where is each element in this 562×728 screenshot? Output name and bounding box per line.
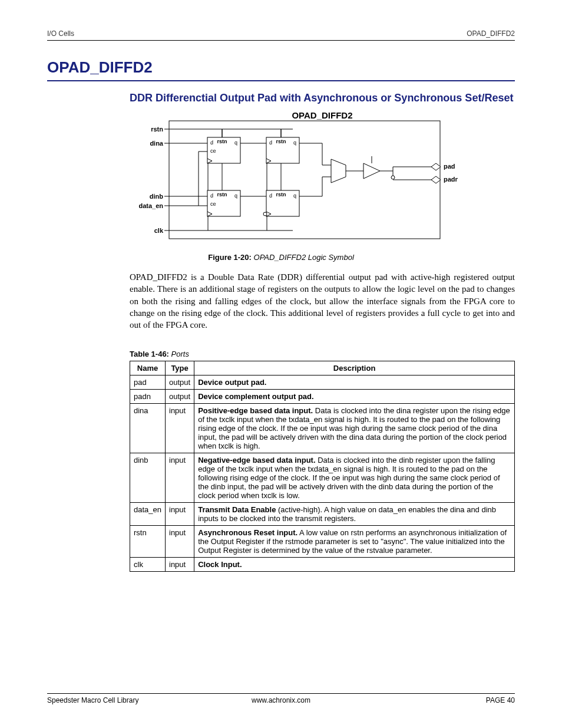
table-row: padoutputDevice output pad.	[130, 375, 515, 390]
figure-caption-prefix: Figure 1-20:	[208, 253, 252, 262]
col-desc: Description	[194, 361, 515, 375]
svg-text:q: q	[293, 140, 296, 146]
cell-type: input	[166, 526, 194, 558]
invert-bubble-icon	[391, 176, 395, 179]
col-name: Name	[130, 361, 166, 375]
cell-name: rstn	[130, 526, 166, 558]
pad-diamond-icon	[431, 163, 441, 170]
cell-name: clk	[130, 558, 166, 572]
cell-desc: Asynchronous Reset input. A low value on…	[194, 526, 515, 558]
ff-dina-2: d rstn q	[266, 137, 299, 163]
svg-text:rstn: rstn	[276, 139, 286, 144]
cell-type: input	[166, 503, 194, 526]
cell-type: output	[166, 375, 194, 390]
table-caption: Table 1-46: Ports	[47, 350, 515, 358]
cell-type: input	[166, 404, 194, 453]
port-clk: clk	[154, 227, 164, 234]
cell-desc: Positive-edge based data input. Data is …	[194, 404, 515, 453]
figure-caption-text: OPAD_DIFFD2 Logic Symbol	[254, 253, 354, 262]
cell-type: input	[166, 453, 194, 503]
svg-text:d: d	[210, 193, 213, 199]
ports-table: Name Type Description padoutputDevice ou…	[130, 361, 515, 572]
port-dina: dina	[150, 140, 163, 147]
table-row: rstninputAsynchronous Reset input. A low…	[130, 526, 515, 558]
svg-text:q: q	[234, 140, 237, 146]
cell-name: dina	[130, 404, 166, 453]
svg-text:rstn: rstn	[217, 192, 227, 197]
cell-type: output	[166, 390, 194, 404]
padn-diamond-icon	[431, 176, 441, 183]
header-right: OPAD_DIFFD2	[467, 29, 515, 38]
table-row: dinainputPositive-edge based data input.…	[130, 404, 515, 453]
cell-type: input	[166, 558, 194, 572]
svg-text:rstn: rstn	[276, 192, 286, 197]
page-header: I/O Cells OPAD_DIFFD2	[47, 29, 515, 41]
footer-left: Speedster Macro Cell Library	[47, 696, 138, 704]
table-row: padnoutputDevice complement output pad.	[130, 390, 515, 404]
cell-desc: Device complement output pad.	[194, 390, 515, 404]
footer-right: PAGE 40	[486, 696, 515, 704]
ff-dinb-2: d rstn q	[263, 190, 299, 216]
cell-desc: Negative-edge based data input. Data is …	[194, 453, 515, 503]
header-left: I/O Cells	[47, 29, 74, 38]
port-pad: pad	[444, 163, 455, 170]
diagram-title: OPAD_DIFFD2	[292, 110, 352, 120]
page-footer: Speedster Macro Cell Library www.achroni…	[47, 693, 515, 704]
table-caption-text: Ports	[171, 350, 189, 358]
table-header-row: Name Type Description	[130, 361, 515, 375]
cell-desc: Device output pad.	[194, 375, 515, 390]
cell-name: data_en	[130, 503, 166, 526]
table-caption-prefix: Table 1-46:	[130, 350, 169, 358]
port-padn: padn	[444, 176, 458, 183]
logic-diagram: OPAD_DIFFD2 rstn dina dinb data_en clk	[47, 109, 515, 245]
cell-name: dinb	[130, 453, 166, 503]
page-title: OPAD_DIFFD2	[47, 58, 515, 81]
table-row: clkinputClock Input.	[130, 558, 515, 572]
svg-point-38	[263, 212, 267, 216]
cell-name: pad	[130, 375, 166, 390]
col-type: Type	[166, 361, 194, 375]
svg-text:q: q	[234, 193, 237, 199]
cell-name: padn	[130, 390, 166, 404]
table-row: dinbinputNegative-edge based data input.…	[130, 453, 515, 503]
port-dinb: dinb	[150, 193, 163, 200]
table-row: data_eninputTransmit Data Enable (active…	[130, 503, 515, 526]
svg-text:rstn: rstn	[217, 139, 227, 144]
buffer-icon	[363, 163, 380, 179]
section-subtitle: DDR Differenctial Output Pad with Asynch…	[47, 92, 515, 104]
port-data-en: data_en	[138, 202, 163, 209]
body-paragraph: OPAD_DIFFD2 is a Double Data Rate (DDR) …	[47, 271, 515, 331]
svg-text:d: d	[269, 193, 272, 199]
mux-icon	[331, 159, 346, 183]
ff-dinb-1: d rstn q ce	[207, 190, 240, 216]
svg-text:ce: ce	[210, 148, 216, 154]
figure-caption: Figure 1-20: OPAD_DIFFD2 Logic Symbol	[47, 253, 515, 262]
port-rstn: rstn	[151, 126, 163, 133]
svg-text:q: q	[293, 193, 296, 199]
svg-text:d: d	[269, 140, 272, 146]
ff-dina-1: d rstn q ce	[207, 137, 240, 163]
cell-desc: Clock Input.	[194, 558, 515, 572]
svg-text:d: d	[210, 140, 213, 146]
cell-desc: Transmit Data Enable (active-high). A hi…	[194, 503, 515, 526]
svg-text:ce: ce	[210, 201, 216, 207]
